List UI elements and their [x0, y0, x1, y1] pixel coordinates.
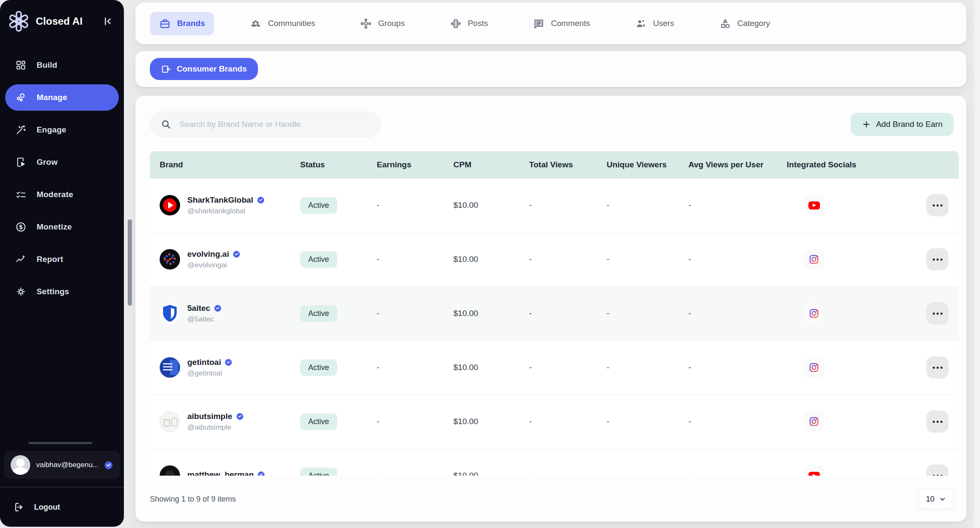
row-more-button[interactable] [926, 356, 948, 379]
table-footer: Showing 1 to 9 of 9 items 10 [150, 488, 954, 510]
unique-viewers-value: - [607, 471, 688, 476]
sidebar-item-label: Manage [37, 93, 67, 102]
row-more-button[interactable] [926, 194, 948, 216]
row-more-button[interactable] [926, 465, 948, 476]
user-account-card[interactable]: vaibhav@begenu... [4, 451, 120, 479]
sidebar-item-moderate[interactable]: Moderate [5, 181, 119, 208]
total-views-value: - [529, 363, 607, 372]
items-summary: Showing 1 to 9 of 9 items [150, 495, 236, 504]
search-input[interactable] [179, 120, 376, 129]
table-row[interactable]: evolving.ai @evolvingai Active - $10.00 … [150, 232, 959, 287]
logout-button[interactable]: Logout [0, 488, 124, 527]
device-play-icon [15, 157, 26, 168]
add-brand-button[interactable]: Add Brand to Earn [851, 113, 954, 136]
sidebar-item-grow[interactable]: Grow [5, 149, 119, 175]
tab-groups[interactable]: Groups [351, 12, 414, 35]
brand-search[interactable] [150, 112, 381, 137]
sidebar-item-label: Settings [37, 287, 69, 296]
page-scrollbar[interactable] [974, 0, 980, 528]
brand-name: matthew_berman [187, 470, 254, 476]
table-row[interactable]: matthew_berman Active - $10.00 - - - [150, 449, 959, 476]
filter-bar: Consumer Brands [135, 51, 966, 87]
youtube-icon[interactable] [804, 465, 824, 476]
earnings-value: - [377, 471, 453, 476]
tab-label: Groups [378, 19, 404, 28]
sidebar-item-monetize[interactable]: $ Monetize [5, 214, 119, 240]
add-brand-label: Add Brand to Earn [876, 120, 943, 129]
content-scrollbar-thumb[interactable] [128, 219, 132, 306]
youtube-icon[interactable] [804, 195, 824, 215]
table-row[interactable]: getintoai @getintoai Active - $10.00 - -… [150, 341, 959, 395]
row-more-button[interactable] [926, 410, 948, 433]
instagram-icon[interactable] [804, 357, 824, 378]
sidebar-item-manage[interactable]: Manage [5, 84, 119, 111]
instagram-icon[interactable] [804, 303, 824, 324]
sidebar-collapse-icon[interactable] [101, 15, 114, 28]
tab-label: Brands [177, 19, 205, 28]
row-more-button[interactable] [926, 248, 948, 270]
sidebar-item-settings[interactable]: Settings [5, 278, 119, 305]
cpm-value: $10.00 [453, 417, 529, 426]
brand-cell: getintoai @getintoai [150, 357, 300, 378]
sidebar-item-label: Report [37, 255, 63, 264]
brand-cell: matthew_berman [150, 465, 300, 476]
brand-avatar [160, 357, 180, 378]
sidebar-item-label: Moderate [37, 190, 73, 199]
sidebar-bottom: vaibhav@begenu... Logout [0, 442, 124, 527]
earnings-value: - [377, 417, 453, 426]
top-navbar: Brands Communities Groups Posts [135, 3, 966, 44]
page-size-select[interactable]: 10 [919, 489, 954, 509]
verified-badge-icon [214, 304, 222, 312]
table-toolbar: Add Brand to Earn [150, 112, 954, 137]
plus-icon [862, 120, 871, 129]
table-row[interactable]: aibutsimple @aibutsimple Active - $10.00… [150, 395, 959, 449]
col-header-status: Status [300, 160, 377, 169]
total-views-value: - [529, 201, 607, 210]
verified-badge-icon [257, 471, 265, 476]
table-row[interactable]: SharkTankGlobal @sharktankglobal Active … [150, 178, 959, 232]
nodes-icon [15, 92, 26, 103]
grid-icon [15, 60, 26, 71]
tab-communities[interactable]: Communities [241, 12, 324, 35]
tab-label: Category [737, 19, 770, 28]
table-header-row: Brand Status Earnings CPM Total Views Un… [150, 151, 959, 178]
sidebar-item-build[interactable]: Build [5, 52, 119, 78]
brand-cell: evolving.ai @evolvingai [150, 249, 300, 270]
cpm-value: $10.00 [453, 363, 529, 372]
brand-name: 5aitec [187, 304, 210, 313]
cpm-value: $10.00 [453, 201, 529, 210]
tab-users[interactable]: Users [626, 12, 684, 35]
brand-avatar [160, 411, 180, 432]
tab-comments[interactable]: Comments [524, 12, 599, 35]
col-header-avg-views: Avg Views per User [688, 160, 787, 169]
gear-icon [15, 286, 26, 297]
briefcase-icon [159, 18, 171, 29]
brands-panel: Add Brand to Earn Brand Status Earnings … [135, 96, 966, 522]
checklist-icon [15, 189, 26, 200]
comment-icon [533, 18, 544, 29]
status-badge: Active [300, 468, 337, 476]
cpm-value: $10.00 [453, 309, 529, 318]
tab-category[interactable]: Category [710, 12, 779, 35]
unique-viewers-value: - [607, 201, 688, 210]
row-more-button[interactable] [926, 302, 948, 324]
tab-posts[interactable]: Posts [441, 12, 498, 35]
tab-brands[interactable]: Brands [150, 12, 214, 35]
col-header-brand: Brand [150, 160, 300, 169]
brand-avatar [160, 303, 180, 324]
sidebar-item-engage[interactable]: Engage [5, 117, 119, 143]
table-row[interactable]: 5aitec @5aitec Active - $10.00 - - - [150, 287, 959, 341]
consumer-brands-button[interactable]: Consumer Brands [150, 58, 258, 80]
instagram-icon[interactable] [804, 411, 824, 432]
sidebar-item-report[interactable]: Report [5, 246, 119, 273]
total-views-value: - [529, 417, 607, 426]
earnings-value: - [377, 255, 453, 264]
earnings-value: - [377, 201, 453, 210]
avg-views-value: - [688, 417, 787, 426]
col-header-cpm: CPM [453, 160, 529, 169]
sidebar-drag-handle[interactable] [29, 442, 92, 444]
col-header-socials: Integrated Socials [787, 160, 894, 169]
status-badge: Active [300, 413, 337, 430]
instagram-icon[interactable] [804, 249, 824, 270]
status-badge: Active [300, 305, 337, 322]
